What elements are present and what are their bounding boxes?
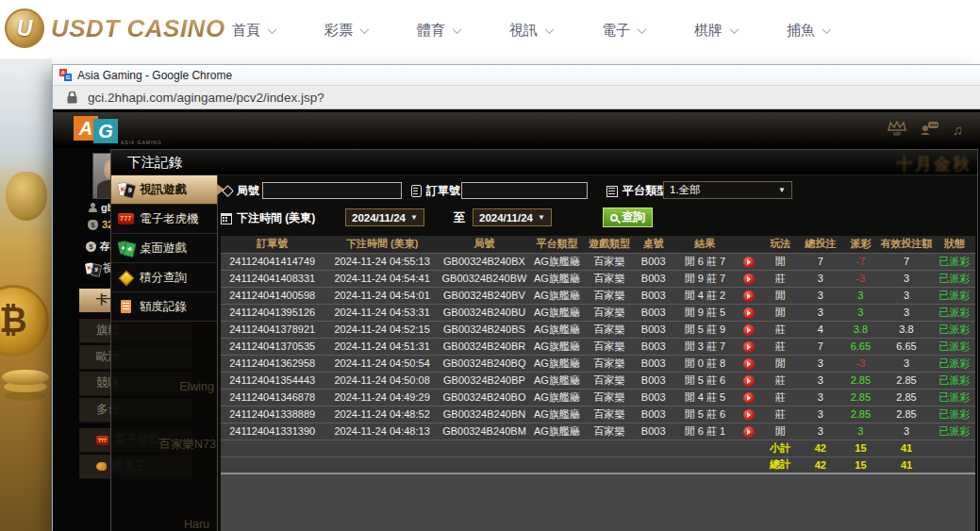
modal-menu-item-1[interactable]: 視訊遊戲 bbox=[111, 175, 217, 205]
chevron-down-icon bbox=[822, 25, 832, 34]
ag-favicon: AG bbox=[59, 69, 72, 81]
subtotal-total: 42 bbox=[800, 440, 842, 456]
cell: 百家樂 bbox=[586, 338, 634, 355]
customer-service-icon[interactable] bbox=[920, 121, 939, 135]
modal-menu-item-4[interactable]: 積分查詢 bbox=[111, 263, 217, 292]
cell-payout: 3 bbox=[841, 287, 880, 304]
play-video-button[interactable] bbox=[743, 409, 755, 421]
nav-item-3[interactable]: 體育 bbox=[417, 22, 460, 40]
music-icon[interactable]: ♫ bbox=[953, 122, 963, 138]
platform-label-row: 平台類型 bbox=[606, 183, 668, 199]
cell-total: 3 bbox=[800, 372, 842, 389]
date-from-select[interactable]: 2024/11/24 bbox=[345, 208, 424, 226]
cell: B003 bbox=[633, 338, 673, 355]
nav-item-7[interactable]: 捕魚 bbox=[787, 22, 830, 40]
column-header: 遊戲類型 bbox=[586, 236, 634, 253]
cell: 241124041354443 bbox=[221, 372, 324, 389]
play-video-button[interactable] bbox=[743, 307, 755, 319]
slot-icon bbox=[118, 211, 134, 226]
cell: 241124041331390 bbox=[221, 423, 324, 440]
nav-label: 捕魚 bbox=[787, 22, 815, 40]
play-video-button[interactable] bbox=[743, 426, 755, 438]
cell-payout: 2.85 bbox=[841, 372, 880, 389]
cell-bet-on: 莊 bbox=[761, 321, 800, 338]
table-header: 訂單號下注時間 (美東)局號平台類型遊戲類型桌號結果玩法總投注派彩有效投注額狀態 bbox=[221, 236, 975, 253]
video-row[interactable]: 視 bbox=[86, 261, 113, 275]
url-bar[interactable]: gci.2hhapi.com/agingame/pcv2/index.jsp? bbox=[53, 85, 980, 109]
vip-icon[interactable]: VIP bbox=[888, 121, 906, 136]
modal-menu-item-2[interactable]: 電子老虎機 bbox=[111, 205, 217, 234]
play-video-button[interactable] bbox=[743, 324, 755, 336]
cell-valid: 2.85 bbox=[880, 372, 934, 389]
modal-menu-item-3[interactable]: 桌面遊戲 bbox=[111, 234, 217, 263]
cell: 2024-11-24 04:50:54 bbox=[324, 355, 440, 372]
play-video-button[interactable] bbox=[743, 274, 755, 285]
cell-empty bbox=[933, 440, 975, 456]
cell: 2024-11-24 04:54:01 bbox=[324, 287, 440, 304]
cell-empty bbox=[324, 440, 440, 456]
status-badge: 已派彩 bbox=[933, 389, 975, 406]
cell-total: 3 bbox=[800, 270, 842, 287]
nav-item-4[interactable]: 視訊 bbox=[509, 22, 553, 40]
cell: GB00324B240BX bbox=[440, 253, 528, 270]
tag-icon bbox=[222, 185, 234, 197]
cell: B003 bbox=[633, 270, 673, 287]
round-input[interactable] bbox=[262, 182, 402, 199]
cell: B003 bbox=[633, 372, 673, 389]
play-video-button[interactable] bbox=[743, 257, 755, 268]
cell: GB00324B240BN bbox=[440, 406, 528, 423]
cell: AG旗艦廳 bbox=[528, 321, 586, 338]
order-input[interactable] bbox=[461, 182, 588, 199]
cell: GB00324B240BV bbox=[440, 287, 528, 304]
play-video-button[interactable] bbox=[743, 341, 755, 353]
fish-icon bbox=[96, 462, 107, 471]
play-video-button[interactable] bbox=[743, 375, 755, 387]
cell-empty bbox=[673, 456, 737, 473]
cell: B003 bbox=[633, 287, 673, 304]
cell-valid: 6.65 bbox=[880, 338, 934, 355]
column-header: 結果 bbox=[673, 236, 737, 253]
chevron-down-icon bbox=[268, 25, 277, 34]
play-video-button[interactable] bbox=[743, 358, 755, 370]
modal-menu-item-5[interactable]: 額度記錄 bbox=[111, 292, 217, 322]
cards-icon bbox=[118, 182, 134, 197]
cell-total: 3 bbox=[800, 304, 842, 321]
cell: B003 bbox=[633, 389, 673, 406]
cell: 2024-11-24 04:52:15 bbox=[324, 321, 440, 338]
nav-item-2[interactable]: 彩票 bbox=[324, 22, 368, 40]
nav-item-1[interactable]: 首頁 bbox=[232, 22, 275, 40]
table-row: 2411240413705352024-11-24 04:51:31GB0032… bbox=[221, 338, 975, 355]
cell: 閒 4 莊 2 bbox=[673, 287, 737, 304]
cell-payout: -3 bbox=[841, 270, 880, 287]
play-video-button[interactable] bbox=[743, 290, 755, 302]
window-titlebar[interactable]: AG Asia Gaming - Google Chrome bbox=[53, 65, 980, 85]
tgames-icon bbox=[118, 241, 134, 256]
cell: 百家樂 bbox=[586, 287, 634, 304]
nav-item-5[interactable]: 電子 bbox=[602, 22, 645, 40]
nav-item-6[interactable]: 棋牌 bbox=[694, 22, 738, 40]
cell-payout: 2.85 bbox=[841, 406, 880, 423]
deposit-icon: $ bbox=[86, 241, 96, 252]
cell: 百家樂 bbox=[586, 423, 634, 440]
cell: 閒 9 莊 7 bbox=[673, 270, 737, 287]
cell: 2024-11-24 04:53:31 bbox=[324, 304, 440, 321]
cell-bet-on: 莊 bbox=[761, 406, 800, 423]
date-to-value: 2024/11/24 bbox=[479, 212, 534, 224]
cell-play bbox=[737, 338, 761, 355]
bet-table: 訂單號下注時間 (美東)局號平台類型遊戲類型桌號結果玩法總投注派彩有效投注額狀態… bbox=[221, 236, 975, 474]
play-video-button[interactable] bbox=[743, 392, 755, 404]
platform-select[interactable]: 1.全部 bbox=[663, 181, 792, 199]
date-to-select[interactable]: 2024/11/24 bbox=[473, 208, 552, 226]
cell: 241124041395126 bbox=[221, 304, 324, 321]
round-label-row: 局號 bbox=[224, 183, 259, 199]
column-header: 總投注 bbox=[800, 236, 842, 253]
chevron-down-icon bbox=[453, 25, 462, 34]
dealer-name-ghost: 百家樂N73 bbox=[159, 437, 216, 453]
ag-logo[interactable]: A G ASIA GAMING bbox=[74, 116, 158, 146]
search-button[interactable]: 查詢 bbox=[603, 207, 653, 227]
main-nav: 首頁彩票體育視訊電子棋牌捕魚 bbox=[232, 22, 830, 40]
chrome-popup-window: AG Asia Gaming - Google Chrome gci.2hhap… bbox=[52, 64, 980, 531]
brand-logo[interactable]: U USDT CASINO bbox=[5, 8, 225, 48]
cell: GB00324B240BQ bbox=[440, 355, 528, 372]
status-badge: 已派彩 bbox=[933, 287, 975, 304]
